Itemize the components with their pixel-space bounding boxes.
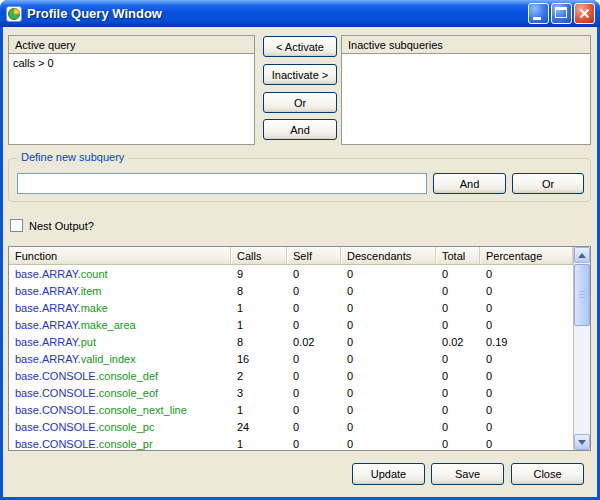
cell-percentage: 0 bbox=[480, 268, 573, 280]
scroll-up-button[interactable] bbox=[574, 247, 590, 263]
cell-function: base.CONSOLE.console_eof bbox=[9, 387, 231, 399]
cell-function: base.ARRAY.put bbox=[9, 336, 231, 348]
cell-self: 0 bbox=[287, 387, 341, 399]
cell-total: 0 bbox=[436, 370, 480, 382]
scroll-up-icon bbox=[578, 253, 586, 258]
cell-descendants: 0 bbox=[341, 387, 436, 399]
table-row[interactable]: base.CONSOLE.console_eof 3 0 0 0 0 bbox=[9, 384, 573, 401]
cell-descendants: 0 bbox=[341, 285, 436, 297]
close-button[interactable] bbox=[574, 3, 595, 24]
cell-descendants: 0 bbox=[341, 421, 436, 433]
cell-descendants: 0 bbox=[341, 319, 436, 331]
minimize-button[interactable] bbox=[528, 3, 549, 24]
update-button[interactable]: Update bbox=[352, 463, 425, 485]
subquery-and-button[interactable]: And bbox=[433, 173, 506, 194]
cell-total: 0.02 bbox=[436, 336, 480, 348]
table-row[interactable]: base.ARRAY.item 8 0 0 0 0 bbox=[9, 282, 573, 299]
cell-calls: 1 bbox=[231, 404, 287, 416]
or-transfer-button[interactable]: Or bbox=[263, 92, 337, 113]
cell-total: 0 bbox=[436, 285, 480, 297]
cell-descendants: 0 bbox=[341, 404, 436, 416]
app-icon bbox=[6, 6, 22, 22]
scrollbar-thumb[interactable] bbox=[574, 264, 590, 326]
cell-total: 0 bbox=[436, 319, 480, 331]
inactive-subqueries-label: Inactive subqueries bbox=[342, 36, 590, 53]
cell-calls: 1 bbox=[231, 319, 287, 331]
column-header-function[interactable]: Function bbox=[9, 247, 231, 264]
table-row[interactable]: base.CONSOLE.console_def 2 0 0 0 0 bbox=[9, 367, 573, 384]
client-area: Active query calls > 0 < Activate Inacti… bbox=[3, 27, 597, 497]
define-subquery-label: Define new subquery bbox=[17, 151, 128, 163]
cell-function: base.CONSOLE.console_def bbox=[9, 370, 231, 382]
column-header-calls[interactable]: Calls bbox=[231, 247, 287, 264]
active-query-label: Active query bbox=[9, 36, 254, 53]
results-table: Function Calls Self Descendants Total Pe… bbox=[8, 246, 591, 451]
cell-total: 0 bbox=[436, 353, 480, 365]
column-header-total[interactable]: Total bbox=[436, 247, 480, 264]
cell-descendants: 0 bbox=[341, 438, 436, 450]
cell-descendants: 0 bbox=[341, 370, 436, 382]
scroll-down-button[interactable] bbox=[574, 434, 590, 450]
cell-percentage: 0 bbox=[480, 438, 573, 450]
cell-percentage: 0 bbox=[480, 421, 573, 433]
table-row[interactable]: base.ARRAY.make 1 0 0 0 0 bbox=[9, 299, 573, 316]
minimize-icon bbox=[529, 4, 548, 23]
column-header-percentage[interactable]: Percentage bbox=[480, 247, 573, 264]
cell-percentage: 0 bbox=[480, 353, 573, 365]
save-button[interactable]: Save bbox=[431, 463, 504, 485]
cell-function: base.ARRAY.make_area bbox=[9, 319, 231, 331]
cell-self: 0 bbox=[287, 404, 341, 416]
cell-calls: 1 bbox=[231, 438, 287, 450]
subquery-input[interactable] bbox=[17, 173, 427, 194]
inactivate-button[interactable]: Inactivate > bbox=[263, 64, 337, 85]
table-row[interactable]: base.CONSOLE.console_pc 24 0 0 0 0 bbox=[9, 418, 573, 435]
cell-total: 0 bbox=[436, 302, 480, 314]
cell-self: 0 bbox=[287, 421, 341, 433]
cell-calls: 2 bbox=[231, 370, 287, 382]
cell-total: 0 bbox=[436, 387, 480, 399]
activate-button[interactable]: < Activate bbox=[263, 36, 337, 57]
table-row[interactable]: base.ARRAY.count 9 0 0 0 0 bbox=[9, 265, 573, 282]
subquery-or-button[interactable]: Or bbox=[512, 173, 584, 194]
cell-self: 0 bbox=[287, 438, 341, 450]
table-row[interactable]: base.ARRAY.make_area 1 0 0 0 0 bbox=[9, 316, 573, 333]
column-header-descendants[interactable]: Descendants bbox=[341, 247, 436, 264]
cell-percentage: 0 bbox=[480, 404, 573, 416]
active-query-list[interactable]: calls > 0 bbox=[9, 53, 254, 144]
titlebar[interactable]: Profile Query Window bbox=[0, 0, 600, 27]
cell-function: base.CONSOLE.console_pc bbox=[9, 421, 231, 433]
table-row[interactable]: base.CONSOLE.console_pr 1 0 0 0 0 bbox=[9, 435, 573, 450]
table-row[interactable]: base.ARRAY.valid_index 16 0 0 0 0 bbox=[9, 350, 573, 367]
cell-total: 0 bbox=[436, 404, 480, 416]
and-transfer-button[interactable]: And bbox=[263, 119, 337, 140]
vertical-scrollbar[interactable] bbox=[573, 247, 590, 450]
profile-query-window: Profile Query Window Active query calls … bbox=[0, 0, 600, 500]
table-header: Function Calls Self Descendants Total Pe… bbox=[9, 247, 573, 265]
define-subquery-group: Define new subquery And Or bbox=[8, 158, 591, 202]
table-row[interactable]: base.CONSOLE.console_next_line 1 0 0 0 0 bbox=[9, 401, 573, 418]
cell-self: 0 bbox=[287, 268, 341, 280]
table-row[interactable]: base.ARRAY.put 8 0.02 0 0.02 0.19 bbox=[9, 333, 573, 350]
cell-self: 0 bbox=[287, 285, 341, 297]
close-action-button[interactable]: Close bbox=[511, 463, 584, 485]
active-query-item[interactable]: calls > 0 bbox=[13, 57, 250, 69]
cell-self: 0 bbox=[287, 302, 341, 314]
cell-descendants: 0 bbox=[341, 268, 436, 280]
cell-self: 0.02 bbox=[287, 336, 341, 348]
column-header-self[interactable]: Self bbox=[287, 247, 341, 264]
inactive-subqueries-panel: Inactive subqueries bbox=[341, 35, 591, 145]
cell-self: 0 bbox=[287, 353, 341, 365]
cell-percentage: 0 bbox=[480, 387, 573, 399]
inactive-subqueries-list[interactable] bbox=[342, 53, 590, 144]
cell-total: 0 bbox=[436, 268, 480, 280]
cell-descendants: 0 bbox=[341, 302, 436, 314]
nest-output-label[interactable]: Nest Output? bbox=[29, 220, 94, 232]
cell-calls: 9 bbox=[231, 268, 287, 280]
table-main: Function Calls Self Descendants Total Pe… bbox=[9, 247, 573, 450]
nest-output-checkbox[interactable] bbox=[10, 219, 23, 232]
cell-self: 0 bbox=[287, 319, 341, 331]
close-icon bbox=[575, 4, 594, 23]
cell-calls: 16 bbox=[231, 353, 287, 365]
maximize-button[interactable] bbox=[551, 3, 572, 24]
cell-self: 0 bbox=[287, 370, 341, 382]
